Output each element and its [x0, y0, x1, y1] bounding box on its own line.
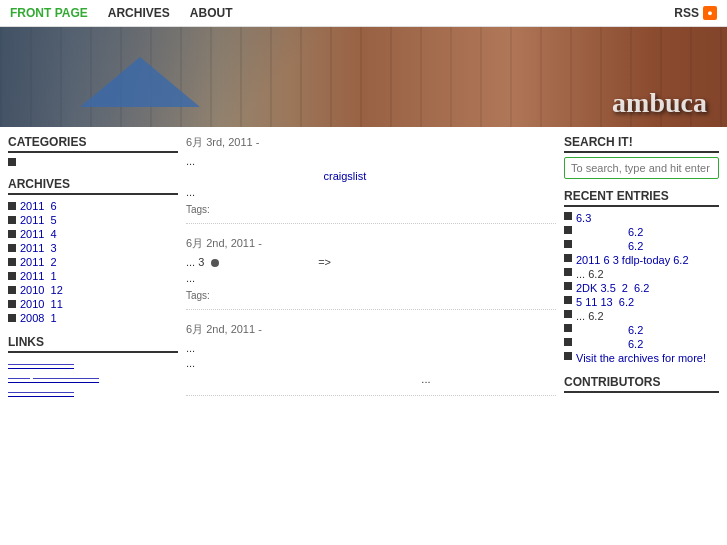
nav-items: FRONT PAGE ARCHIVES ABOUT	[10, 6, 674, 20]
recent-item: ... 6.2	[564, 309, 719, 323]
contributors-title: CONTRIBUTORS	[564, 375, 719, 393]
link-1[interactable]: ——————	[8, 357, 178, 369]
rss-icon[interactable]: ●	[703, 6, 717, 20]
recent-entries-title: RECENT ENTRIES	[564, 189, 719, 207]
rss-area: RSS ●	[674, 6, 717, 20]
recent-bullet	[564, 310, 572, 318]
archive-bullet	[8, 216, 16, 224]
rss-label: RSS	[674, 6, 699, 20]
archive-item: 2011 1	[8, 269, 178, 283]
recent-bullet	[564, 226, 572, 234]
recent-item: 6.2	[564, 225, 719, 239]
archive-bullet	[8, 258, 16, 266]
left-sidebar: CATEGORIES ARCHIVES 2011 6 2011 5 2011 4…	[8, 135, 178, 408]
recent-item: 6.2	[564, 239, 719, 253]
links-section: LINKS —————— —— —————— ——————	[8, 335, 178, 397]
categories-bullet	[8, 158, 16, 166]
recent-item: ... 6.2	[564, 267, 719, 281]
post-1-tags: Tags:	[186, 204, 556, 215]
link-2[interactable]: —— ——————	[8, 371, 178, 383]
archive-item: 2011 4	[8, 227, 178, 241]
post-3-date: 6月 2nd, 2011 -	[186, 322, 556, 337]
archive-bullet	[8, 300, 16, 308]
post-3-body: ... ... ...	[186, 341, 556, 387]
categories-title: CATEGORIES	[8, 135, 178, 153]
archive-bullet	[8, 286, 16, 294]
archive-item: 2011 5	[8, 213, 178, 227]
search-section: SEARCH IT!	[564, 135, 719, 179]
post-3: 6月 2nd, 2011 - ... ... ...	[186, 322, 556, 396]
banner: ambuca	[0, 27, 727, 127]
archive-item: 2011 3	[8, 241, 178, 255]
header-nav: FRONT PAGE ARCHIVES ABOUT RSS ●	[0, 0, 727, 27]
recent-item: 6.2	[564, 323, 719, 337]
nav-about[interactable]: ABOUT	[190, 6, 233, 20]
recent-bullet	[564, 338, 572, 346]
post-1-body: ... craigslist ...	[186, 154, 556, 200]
search-input[interactable]	[564, 157, 719, 179]
archive-item: 2008 1	[8, 311, 178, 325]
archive-item: 2011 6	[8, 199, 178, 213]
recent-entries-section: RECENT ENTRIES 6.3 6.2 6.2 2011 6 3 fdlp…	[564, 189, 719, 365]
archive-item: 2010 11	[8, 297, 178, 311]
nav-frontpage[interactable]: FRONT PAGE	[10, 6, 88, 20]
recent-bullet	[564, 212, 572, 220]
recent-item: 2DK 3.5 2 6.2	[564, 281, 719, 295]
post-1-date: 6月 3rd, 2011 -	[186, 135, 556, 150]
recent-item: Visit the archives for more!	[564, 351, 719, 365]
center-content: 6月 3rd, 2011 - ... craigslist ... Tags: …	[186, 135, 556, 408]
contributors-section: CONTRIBUTORS	[564, 375, 719, 393]
archive-bullet	[8, 244, 16, 252]
post-2: 6月 2nd, 2011 - ... 3 => ... Tags:	[186, 236, 556, 310]
recent-bullet	[564, 324, 572, 332]
banner-text: ambuca	[612, 87, 707, 119]
recent-item: 5 11 13 6.2	[564, 295, 719, 309]
post-2-date: 6月 2nd, 2011 -	[186, 236, 556, 251]
recent-bullet	[564, 352, 572, 360]
recent-item: 6.3	[564, 211, 719, 225]
recent-bullet	[564, 240, 572, 248]
archive-bullet	[8, 202, 16, 210]
recent-item: 2011 6 3 fdlp-today 6.2	[564, 253, 719, 267]
archive-bullet	[8, 314, 16, 322]
post-2-body: ... 3 => ...	[186, 255, 556, 286]
links-items: —————— —— —————— ——————	[8, 357, 178, 397]
post-2-tags: Tags:	[186, 290, 556, 301]
right-sidebar: SEARCH IT! RECENT ENTRIES 6.3 6.2 6.2	[564, 135, 719, 408]
archive-item: 2010 12	[8, 283, 178, 297]
recent-bullet	[564, 282, 572, 290]
dot-icon	[211, 259, 219, 267]
nav-archives[interactable]: ARCHIVES	[108, 6, 170, 20]
archives-section: ARCHIVES 2011 6 2011 5 2011 4 2011 3 201…	[8, 177, 178, 325]
recent-bullet	[564, 268, 572, 276]
search-title: SEARCH IT!	[564, 135, 719, 153]
categories-item	[8, 157, 178, 167]
archive-bullet	[8, 272, 16, 280]
recent-item: 6.2	[564, 337, 719, 351]
archive-item: 2011 2	[8, 255, 178, 269]
recent-bullet	[564, 254, 572, 262]
recent-bullet	[564, 296, 572, 304]
main-layout: CATEGORIES ARCHIVES 2011 6 2011 5 2011 4…	[0, 127, 727, 416]
post-1: 6月 3rd, 2011 - ... craigslist ... Tags:	[186, 135, 556, 224]
categories-section: CATEGORIES	[8, 135, 178, 167]
link-3[interactable]: ——————	[8, 385, 178, 397]
links-title: LINKS	[8, 335, 178, 353]
archive-bullet	[8, 230, 16, 238]
archives-title: ARCHIVES	[8, 177, 178, 195]
